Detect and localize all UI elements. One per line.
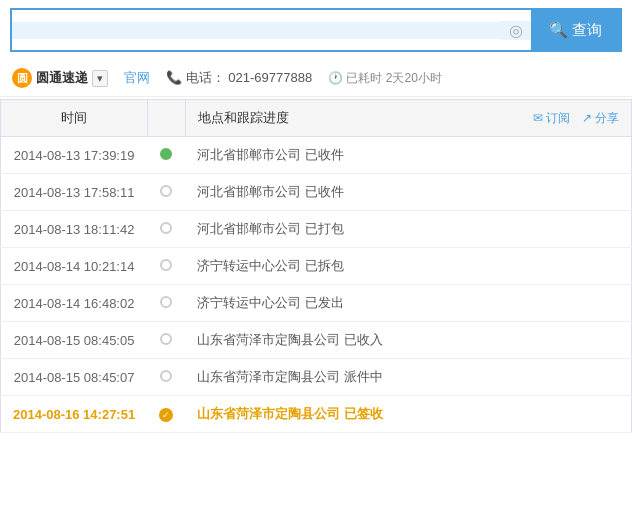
table-row-time: 2014-08-16 14:27:51 — [1, 396, 148, 433]
phone-icon: 📞 — [166, 70, 182, 85]
company-name-text: 圆通速递 — [36, 69, 88, 87]
dot-normal-icon — [160, 296, 172, 308]
search-button-label: 查询 — [572, 21, 602, 40]
search-button[interactable]: 🔍 查询 — [531, 10, 620, 50]
phone-info: 📞 电话： 021-69777888 — [166, 69, 312, 87]
company-dropdown[interactable]: ▾ — [92, 70, 108, 87]
table-row-location: 河北省邯郸市公司 已收件 — [185, 174, 631, 211]
table-row-location: 山东省菏泽市定陶县公司 派件中 — [185, 359, 631, 396]
subscribe-label: 订阅 — [546, 110, 570, 127]
timeline-dot-cell — [147, 322, 185, 359]
dot-normal-icon — [160, 222, 172, 234]
phone-prefix: 电话： — [186, 70, 225, 85]
company-logo: 圆 — [12, 68, 32, 88]
timeline-dot-cell — [147, 285, 185, 322]
search-input[interactable]: 5654513424 — [12, 22, 501, 39]
col-timeline-header — [147, 100, 185, 137]
timeline-dot-cell — [147, 211, 185, 248]
share-icon: ↗ — [582, 111, 592, 125]
subscribe-link[interactable]: ✉ 订阅 — [533, 110, 570, 127]
dot-normal-icon — [160, 259, 172, 271]
official-site-link[interactable]: 官网 — [124, 69, 150, 87]
dot-filled-icon — [160, 148, 172, 160]
search-input-wrap: 5654513424 ◎ — [12, 10, 531, 50]
timeline-dot-cell — [147, 137, 185, 174]
elapsed-value: 2天20小时 — [386, 71, 442, 85]
table-row-time: 2014-08-15 08:45:07 — [1, 359, 148, 396]
table-row-time: 2014-08-13 17:58:11 — [1, 174, 148, 211]
share-link[interactable]: ↗ 分享 — [582, 110, 619, 127]
tracking-table: 时间 地点和跟踪进度 ✉ 订阅 ↗ 分享 — [0, 99, 632, 433]
timeline-dot-cell: ✓ — [147, 396, 185, 433]
table-row-time: 2014-08-14 10:21:14 — [1, 248, 148, 285]
dot-normal-icon — [160, 185, 172, 197]
company-name-block: 圆 圆通速递 ▾ — [12, 68, 108, 88]
location-icon-btn[interactable]: ◎ — [501, 21, 531, 40]
dot-normal-icon — [160, 333, 172, 345]
col-time-header: 时间 — [1, 100, 148, 137]
timeline-dot-cell — [147, 174, 185, 211]
share-label: 分享 — [595, 110, 619, 127]
search-bar: 5654513424 ◎ 🔍 查询 — [10, 8, 622, 52]
table-row-location: 河北省邯郸市公司 已打包 — [185, 211, 631, 248]
search-icon: 🔍 — [549, 21, 568, 39]
dot-check-icon: ✓ — [159, 408, 173, 422]
table-row-location: 河北省邯郸市公司 已收件 — [185, 137, 631, 174]
elapsed-time: 🕐 已耗时 2天20小时 — [328, 70, 442, 87]
table-row-location: 山东省菏泽市定陶县公司 已签收 — [185, 396, 631, 433]
table-row-location: 山东省菏泽市定陶县公司 已收入 — [185, 322, 631, 359]
table-row-location: 济宁转运中心公司 已发出 — [185, 285, 631, 322]
table-row-time: 2014-08-14 16:48:02 — [1, 285, 148, 322]
info-bar: 圆 圆通速递 ▾ 官网 📞 电话： 021-69777888 🕐 已耗时 2天2… — [0, 60, 632, 97]
table-row-time: 2014-08-13 17:39:19 — [1, 137, 148, 174]
table-row-time: 2014-08-13 18:11:42 — [1, 211, 148, 248]
phone-number: 021-69777888 — [228, 70, 312, 85]
col-location-header: 地点和跟踪进度 ✉ 订阅 ↗ 分享 — [185, 100, 631, 137]
email-icon: ✉ — [533, 111, 543, 125]
clock-icon: 🕐 — [328, 71, 343, 85]
table-row-time: 2014-08-15 08:45:05 — [1, 322, 148, 359]
time-prefix: 已耗时 — [346, 71, 382, 85]
dot-normal-icon — [160, 370, 172, 382]
table-row-location: 济宁转运中心公司 已拆包 — [185, 248, 631, 285]
timeline-dot-cell — [147, 359, 185, 396]
timeline-dot-cell — [147, 248, 185, 285]
